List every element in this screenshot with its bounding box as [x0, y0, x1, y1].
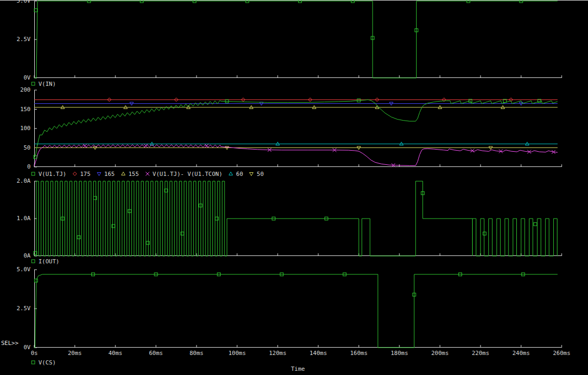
y-tick-label: 200	[0, 87, 31, 93]
x-tick-label: 180ms	[384, 350, 415, 357]
legend-label: 50	[257, 171, 263, 177]
x-tick-label: 240ms	[505, 350, 537, 357]
square-marker	[112, 224, 115, 228]
y-tick-label: 100	[0, 125, 31, 132]
y-tick-label: 2.0A	[0, 178, 31, 184]
legend-item[interactable]: 60	[228, 171, 243, 177]
y-tick-label: 2.5V	[0, 36, 31, 43]
plot-junction-temperature[interactable]	[34, 90, 562, 167]
x-tick-label: 0s	[18, 350, 50, 357]
square-marker	[181, 232, 184, 235]
y-tick-label: 5.0V	[0, 0, 31, 4]
triu-marker	[229, 172, 233, 175]
legend-label: V(CS)	[38, 359, 56, 366]
x-tick-label: 60ms	[140, 350, 172, 357]
legend-label: V(IN)	[38, 81, 56, 87]
square-marker	[32, 260, 35, 263]
plot1-canvas	[34, 1, 562, 78]
legend-label: 155	[129, 171, 139, 177]
legend-label: 60	[236, 171, 243, 177]
square-marker	[146, 241, 150, 244]
legend-item[interactable]: I(OUT)	[30, 258, 60, 265]
screen-top-border	[0, 0, 588, 1]
trid-marker	[97, 173, 101, 176]
square-marker	[77, 236, 81, 239]
x-tick-label: 40ms	[100, 350, 131, 357]
y-tick-label: 5.0V	[0, 267, 31, 273]
legend-item[interactable]: 175	[72, 171, 91, 177]
legend-item[interactable]: 155	[120, 171, 139, 177]
square-marker	[94, 196, 97, 200]
y-tick-label: 0	[0, 164, 31, 170]
legend-vin: V(IN)	[30, 81, 56, 87]
y-tick-label: 1.0A	[0, 215, 31, 222]
y-tick-label: 0V	[0, 75, 31, 81]
x-tick-label: 160ms	[343, 350, 375, 357]
y-tick-label: 0A	[0, 253, 31, 259]
plot2-canvas	[34, 90, 562, 167]
x-tick-label: 260ms	[546, 350, 577, 357]
x-tick-label: 220ms	[465, 350, 496, 357]
square-marker	[483, 232, 486, 235]
y-tick-label: 50	[0, 145, 31, 151]
x-axis-title: Time	[34, 366, 562, 372]
trace-V(CS)	[34, 274, 557, 348]
x-tick-label: 20ms	[59, 350, 91, 357]
legend-vcs: V(CS)	[30, 359, 56, 366]
square-marker	[32, 361, 35, 364]
legend-item[interactable]: 165	[96, 171, 115, 177]
trace-V(IN)	[34, 1, 557, 78]
plot-vcs[interactable]	[34, 270, 562, 348]
legend-item[interactable]: V(IN)	[30, 81, 56, 87]
y-tick-label: 150	[0, 106, 31, 113]
x-tick-label: 200ms	[424, 350, 456, 357]
square-marker	[128, 210, 131, 213]
diamond-marker	[73, 172, 76, 176]
x-marker	[144, 144, 148, 147]
plot4-canvas	[34, 270, 562, 348]
legend-iout: I(OUT)	[30, 258, 60, 264]
legend-label: 165	[104, 171, 115, 177]
square-marker	[32, 82, 35, 85]
square-marker	[215, 217, 219, 220]
x-tick-label: 140ms	[302, 350, 334, 357]
legend-label: V(U1.TJ)	[38, 171, 66, 177]
x-tick-label: 120ms	[262, 350, 293, 357]
legend-item[interactable]: V(U1.TJ)- V(U1.TCON)	[144, 171, 222, 177]
legend-item[interactable]: V(CS)	[30, 359, 56, 366]
x-tick-label: 100ms	[221, 350, 253, 357]
legend-item[interactable]: V(U1.TJ)	[30, 171, 66, 177]
x-marker	[83, 144, 87, 147]
plot3-canvas	[34, 181, 562, 256]
legend-temperature: V(U1.TJ)175165155V(U1.TJ)- V(U1.TCON)605…	[30, 171, 264, 177]
x-marker	[145, 172, 149, 176]
trid-marker	[250, 173, 253, 176]
square-marker	[534, 223, 537, 226]
y-tick-label: 2.5V	[0, 305, 31, 312]
plot-vin[interactable]	[34, 1, 562, 78]
x-marker	[205, 144, 209, 147]
triu-marker	[121, 172, 125, 175]
legend-label: I(OUT)	[38, 258, 60, 265]
legend-label: V(U1.TJ)- V(U1.TCON)	[153, 171, 222, 177]
trace-I(OUT)	[34, 181, 557, 256]
trace-V(U1.TJ)	[34, 100, 557, 159]
square-marker	[32, 172, 35, 175]
legend-label: 175	[80, 171, 91, 177]
selected-plot-indicator: SEL>>	[1, 340, 18, 347]
x-tick-label: 80ms	[181, 350, 212, 357]
plot-iout[interactable]	[34, 181, 562, 256]
legend-item[interactable]: 50	[248, 171, 263, 177]
